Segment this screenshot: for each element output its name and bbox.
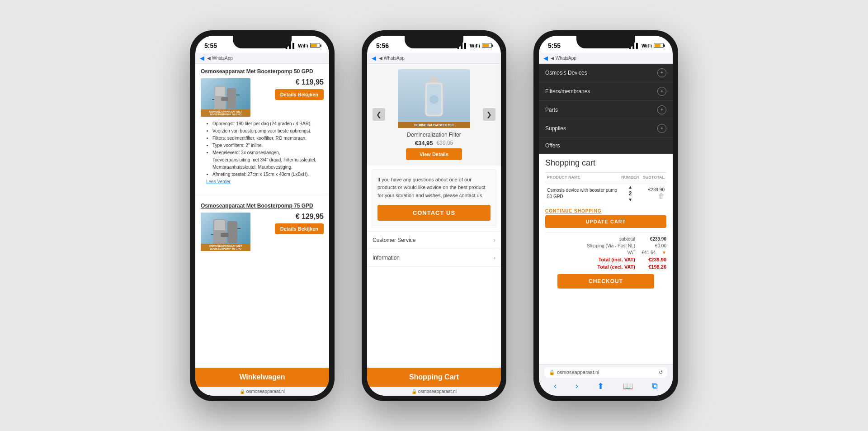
total-excl-label: Total (excl. VAT) (597, 264, 635, 270)
cart-item-subtotal: €239.90 🗑 (641, 182, 666, 205)
qty-up-button[interactable]: ▲ (628, 185, 632, 189)
col-header-subtotal: SUBTOTAL (641, 172, 666, 182)
nav-item-filters[interactable]: Filters/membranes + (539, 82, 673, 101)
time-2: 5:56 (376, 42, 389, 49)
cart-item-qty-cell: ▲ 2 ▼ (619, 182, 641, 205)
back-arrow-1[interactable]: ◀ (200, 55, 204, 62)
vat-expand-icon[interactable]: ▼ (662, 250, 666, 255)
nav-circle-3: + (657, 124, 666, 133)
product-price-2: € 129,95 (254, 213, 324, 221)
chevron-right-icon-1: › (494, 255, 495, 261)
footer-link-information[interactable]: Information › (367, 249, 501, 267)
svg-rect-2 (227, 88, 236, 109)
bottom-bar-1[interactable]: Winkelwagen (195, 368, 329, 387)
nav-item-osmosis[interactable]: Osmosis Devices + (539, 64, 673, 82)
footer-link-label-1: Information (373, 255, 400, 261)
svg-rect-1 (215, 87, 225, 96)
total-excl-amount: €198.26 (642, 264, 666, 270)
nav-circle-1: + (657, 87, 666, 96)
view-details-button[interactable]: View Details (406, 148, 462, 160)
battery-2 (482, 43, 492, 48)
carousel-prev-button[interactable]: ❮ (373, 108, 385, 121)
cart-section: Shopping cart PRODUCT NAME NUMBER SUBTOT… (539, 154, 673, 295)
subtotal-value: €239.90 (648, 187, 665, 192)
share-icon[interactable]: ⬆ (597, 381, 604, 391)
time-1: 5:55 (204, 42, 217, 49)
total-incl-row: Total (incl. VAT) €239.90 (545, 257, 666, 262)
notch-1 (233, 36, 292, 48)
tabs-icon[interactable]: ⧉ (652, 381, 658, 391)
product-illustration-1 (210, 81, 241, 113)
bullet-1-2: Voorzien van boosterpomp voor beste opbr… (212, 128, 318, 135)
total-incl-amount: €239.90 (642, 257, 666, 262)
carousel-next-button[interactable]: ❯ (483, 108, 495, 121)
screen-content-1[interactable]: Osmoseapparaat Met Boosterpomp 50 GPD (195, 64, 329, 368)
url-field-3[interactable]: 🔒 osmoseapparaat.nl ↺ (544, 367, 667, 378)
phone-3: 5:55 ▌▌▌ WiFi ◀ ◀ WhatsApp Osmosis Devic… (533, 30, 678, 401)
nav-forward-icon[interactable]: › (576, 381, 578, 391)
status-icons-1: ▌▌▌ WiFi (285, 43, 320, 48)
svg-rect-3 (221, 97, 228, 101)
bullet-1-1: Opbrengst: 190 liter per dag (24 graden … (212, 120, 318, 128)
nav-item-offers[interactable]: Offers (539, 138, 673, 154)
svg-rect-12 (429, 77, 439, 82)
subtotal-label: subtotal (619, 237, 635, 242)
wifi-icon-2: WiFi (470, 43, 480, 48)
product-img-label-2: OSMOSEAPPARAAT MET BOOSTERPOMP 75 GPD (201, 244, 250, 251)
total-excl-row: Total (excl. VAT) €198.26 (545, 264, 666, 270)
cart-title: Shopping cart (545, 158, 666, 168)
carousel-content: DEMINERALISATIEFILTER Demineralization F… (389, 69, 479, 160)
svg-rect-9 (221, 233, 228, 237)
col-header-name: PRODUCT NAME (545, 172, 619, 182)
bullet-1-6: Afmeting toestel: 27cm x 15cm x 40cm (Lx… (212, 171, 318, 178)
nav-label-4: Offers (545, 142, 560, 149)
col-header-number: NUMBER (619, 172, 641, 182)
wifi-icon-3: WiFi (642, 43, 652, 48)
contact-us-button[interactable]: CONTACT US (377, 205, 491, 221)
nav-back-icon[interactable]: ‹ (554, 381, 557, 391)
nav-circle-0: + (657, 68, 666, 77)
back-arrow-2[interactable]: ◀ (372, 55, 376, 62)
reload-icon-3[interactable]: ↺ (659, 369, 663, 375)
nav-label-1: Filters/membranes (545, 88, 590, 95)
qty-control: ▲ 2 ▼ (621, 185, 639, 202)
browser-source-3: ◀ WhatsApp (551, 56, 576, 61)
checkout-button[interactable]: CHECKOUT (557, 274, 654, 289)
browser-nav-icons: ‹ › ⬆ 📖 ⧉ (544, 379, 667, 393)
shipping-row: Shipping (Via - Post NL) €0.00 (545, 243, 666, 248)
update-cart-button[interactable]: UPDATE CART (545, 215, 666, 228)
vat-row: VAT €41.64 ▼ (545, 250, 666, 255)
details-button-2[interactable]: Details Bekijken (275, 223, 324, 234)
continue-shopping-button[interactable]: CONTINUE SHOPPING (545, 208, 602, 213)
back-arrow-3[interactable]: ◀ (543, 55, 548, 62)
browser-source-2: ◀ WhatsApp (379, 56, 405, 61)
nav-label-2: Parts (545, 107, 558, 113)
chevron-right-icon-0: › (494, 237, 495, 243)
total-incl-label: Total (incl. VAT) (599, 257, 635, 262)
footer-link-customer-service[interactable]: Customer Service › (367, 232, 501, 249)
nav-item-supplies[interactable]: Supplies + (539, 119, 673, 138)
bottom-bar-2[interactable]: Shopping Cart (367, 368, 501, 387)
svg-point-15 (429, 95, 439, 104)
bookmarks-icon[interactable]: 📖 (623, 381, 633, 391)
nav-item-parts[interactable]: Parts + (539, 101, 673, 119)
carousel-image: DEMINERALISATIEFILTER (398, 69, 470, 128)
read-more-link-1[interactable]: Lees Verder (206, 179, 318, 184)
browser-bar-2: ◀ ◀ WhatsApp (367, 53, 501, 64)
product-bullets-1: Opbrengst: 190 liter per dag (24 graden … (201, 120, 324, 184)
svg-rect-7 (214, 220, 225, 230)
screen-content-2[interactable]: ❮ DEMINERALISATIEFILTER Demineralization… (367, 64, 501, 368)
lock-icon-3: 🔒 (549, 369, 555, 375)
delete-item-button[interactable]: 🗑 (643, 192, 665, 199)
vat-label: VAT (627, 250, 636, 255)
product-image-1: OSMOSEAPPARAAT MET BOOSTERPOMP 50 GPD (201, 78, 250, 117)
vat-amount: €41.64 (642, 250, 656, 255)
cart-table: PRODUCT NAME NUMBER SUBTOTAL Osmosis dev… (545, 172, 666, 205)
phone-1: 5:55 ▌▌▌ WiFi ◀ ◀ WhatsApp Osmoseapparaa… (190, 30, 335, 401)
qty-down-button[interactable]: ▼ (628, 198, 632, 202)
url-bottom-3: 🔒 osmoseapparaat.nl ↺ ‹ › ⬆ 📖 ⧉ (539, 364, 673, 396)
carousel-section: ❮ DEMINERALISATIEFILTER Demineralization… (367, 64, 501, 166)
details-button-1[interactable]: Details Bekijken (275, 89, 324, 100)
product-section-1: Osmoseapparaat Met Boosterpomp 50 GPD (195, 64, 329, 192)
screen-content-3[interactable]: Osmosis Devices + Filters/membranes + Pa… (539, 64, 673, 364)
